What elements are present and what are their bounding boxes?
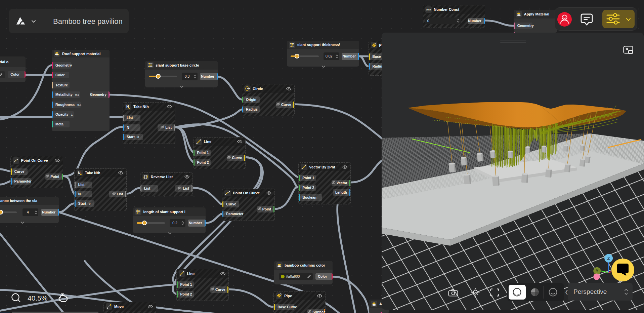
svg-text:N: N (78, 170, 81, 174)
svg-text:Y: Y (596, 269, 598, 273)
svg-text:N: N (126, 104, 129, 108)
svg-text:CNST: CNST (426, 9, 431, 11)
svg-text:Z: Z (607, 256, 610, 261)
